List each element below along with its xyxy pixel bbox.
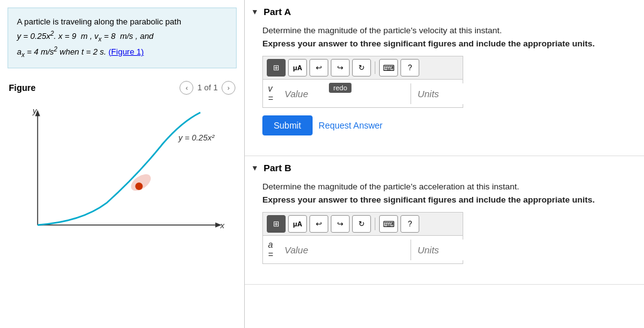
help-button-b[interactable]: ? [400, 215, 419, 233]
problem-math: y = 0.25x2. x = 9 m , vx = 8 m/s , and [17, 29, 227, 45]
undo-icon-a: ↩ [316, 63, 322, 72]
redo-icon-b: ↪ [337, 220, 343, 228]
part-b-units-input[interactable] [411, 240, 493, 260]
keyboard-button-a[interactable]: ⌨ [379, 59, 398, 77]
part-a-arrow: ▼ [251, 8, 259, 16]
figure-page: 1 of 1 [197, 83, 218, 92]
redo-button-b[interactable]: ↪ [331, 215, 350, 233]
sep-a [375, 61, 375, 74]
part-a-label: Part A [264, 6, 291, 17]
undo-button-b[interactable]: ↩ [309, 215, 328, 233]
redo-wrap-a: ↪ redo [331, 59, 350, 77]
figure-label: Figure [9, 83, 36, 93]
undo-button-a[interactable]: ↩ [309, 59, 328, 77]
problem-line1: A particle is traveling along the parabo… [17, 16, 227, 29]
svg-point-4 [128, 171, 154, 194]
part-a-section: ▼ Part A Determine the magnitude of the … [245, 0, 644, 156]
part-b-instruction: Express your answer to three significant… [262, 195, 629, 204]
keyboard-button-b[interactable]: ⌨ [379, 215, 398, 233]
help-icon-b: ? [408, 220, 412, 228]
refresh-icon-b: ↻ [358, 220, 365, 228]
help-icon-a: ? [408, 63, 412, 72]
right-panel: ▼ Part A Determine the magnitude of the … [245, 0, 644, 328]
next-figure-button[interactable]: › [222, 81, 235, 95]
matrix-icon-a: ⊞ [273, 63, 279, 72]
figure-chart: y = 0.25x² y x [19, 106, 232, 244]
part-b-input-row: a = [262, 235, 463, 264]
problem-math2: ax = 4 m/s2 when t = 2 s. (Figure 1) [17, 45, 227, 60]
mu-icon-a: μA [293, 64, 303, 71]
part-b-label: Part B [264, 162, 291, 173]
part-b-content: Determine the magnitude of the particle'… [245, 179, 644, 274]
refresh-icon-a: ↻ [358, 63, 365, 72]
prev-figure-button[interactable]: ‹ [180, 81, 193, 95]
matrix-button-b[interactable]: ⊞ [267, 215, 286, 233]
mu-button-b[interactable]: μA [288, 215, 307, 233]
part-a-description: Determine the magnitude of the particle'… [262, 26, 629, 35]
refresh-button-b[interactable]: ↻ [352, 215, 371, 233]
problem-box: A particle is traveling along the parabo… [8, 8, 237, 68]
help-button-a[interactable]: ? [400, 59, 419, 77]
matrix-button-a[interactable]: ⊞ [267, 59, 286, 77]
part-b-value-input[interactable] [278, 240, 411, 260]
part-a-instruction: Express your answer to three significant… [262, 39, 629, 48]
figure-area: y = 0.25x² y x [0, 100, 244, 328]
part-a-header[interactable]: ▼ Part A [245, 0, 644, 23]
part-b-description: Determine the magnitude of the particle'… [262, 182, 629, 191]
request-answer-link-a[interactable]: Request Answer [319, 120, 383, 130]
redo-tooltip-a: redo [329, 83, 352, 93]
part-a-input-row: v = [262, 79, 463, 108]
redo-icon-a: ↪ [337, 63, 343, 72]
redo-button-a[interactable]: ↪ [331, 59, 350, 77]
part-a-variable-label: v = [263, 80, 278, 107]
part-b-toolbar: ⊞ μA ↩ ↪ ↻ ⌨ ? [262, 212, 463, 235]
part-a-units-input[interactable] [411, 83, 493, 104]
keyboard-icon-b: ⌨ [383, 220, 395, 229]
figure-nav: ‹ 1 of 1 › [180, 81, 235, 95]
sep-b [375, 218, 375, 230]
part-b-header[interactable]: ▼ Part B [245, 156, 644, 179]
part-b-variable-label: a = [263, 236, 278, 263]
keyboard-icon-a: ⌨ [383, 63, 395, 73]
part-a-toolbar: ⊞ μA ↩ ↪ redo ↻ ⌨ [262, 56, 463, 79]
x-axis-label: x [220, 220, 225, 230]
figure-header: Figure ‹ 1 of 1 › [0, 76, 244, 100]
submit-button-a[interactable]: Submit [262, 115, 313, 135]
svg-point-5 [135, 183, 142, 190]
part-a-actions: Submit Request Answer [262, 115, 629, 135]
refresh-button-a[interactable]: ↻ [352, 59, 371, 77]
curve-label: y = 0.25x² [178, 133, 215, 142]
part-a-content: Determine the magnitude of the particle'… [245, 23, 644, 145]
part-b-section: ▼ Part B Determine the magnitude of the … [245, 156, 644, 285]
figure-link[interactable]: (Figure 1) [109, 47, 144, 56]
matrix-icon-b: ⊞ [273, 220, 279, 228]
mu-icon-b: μA [293, 220, 303, 228]
mu-button-a[interactable]: μA [288, 59, 307, 77]
part-b-arrow: ▼ [251, 164, 259, 172]
undo-icon-b: ↩ [316, 220, 322, 228]
